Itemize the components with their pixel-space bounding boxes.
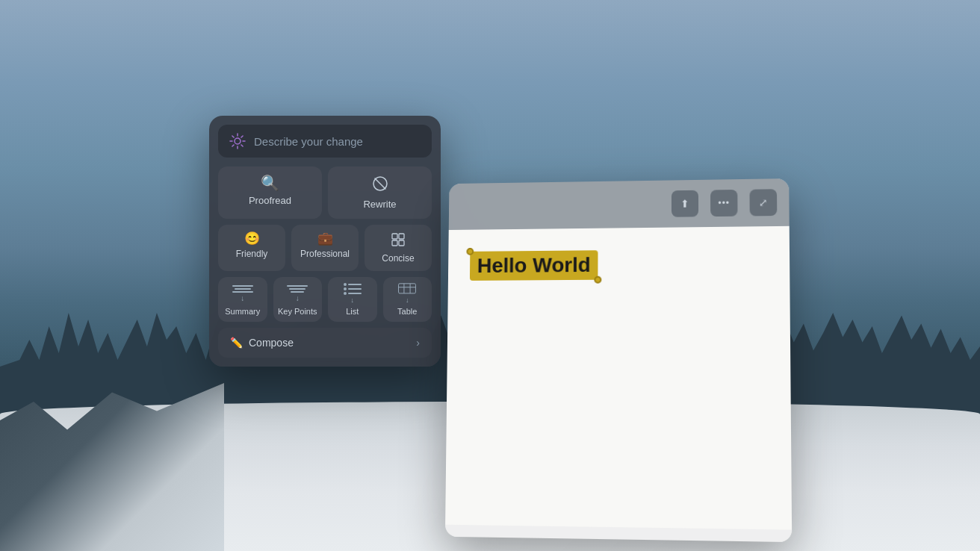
concise-icon [391,232,406,249]
concise-label: Concise [382,253,414,264]
rewrite-icon [372,175,388,194]
compose-label: Compose [249,337,294,349]
text-selection-container: Hello World [470,250,598,281]
professional-icon: 💼 [317,232,333,245]
proofread-label: Proofread [249,195,291,206]
selection-handle-bottom-right[interactable] [594,276,601,284]
key-points-icon: ↓ [284,283,311,304]
ai-search-bar[interactable]: Describe your change [218,125,432,158]
doc-panel: ⬆ ••• ⤢ Hello World [445,178,792,542]
friendly-label: Friendly [236,249,268,259]
summary-label: Summary [225,307,260,316]
more-icon: ••• [718,198,730,208]
summary-button[interactable]: ↓ Summary [218,277,267,322]
compose-left: ✏️ Compose [230,337,294,349]
svg-rect-4 [399,234,404,239]
svg-rect-7 [399,284,416,293]
proofread-button[interactable]: 🔍 Proofread [218,166,322,219]
friendly-button[interactable]: 😊 Friendly [218,225,285,271]
chevron-right-icon: › [416,337,420,349]
expand-button[interactable]: ⤢ [749,189,777,216]
share-icon: ⬆ [680,198,689,210]
list-button[interactable]: ↓ List [328,277,377,322]
more-options-button[interactable]: ••• [710,190,737,217]
summary-icon: ↓ [229,283,256,304]
svg-point-0 [235,138,241,144]
ai-icon [229,132,246,150]
professional-label: Professional [300,249,350,259]
svg-line-2 [375,178,385,189]
table-icon: ↓ [394,283,421,304]
proofread-icon: 🔍 [261,175,279,190]
expand-icon: ⤢ [759,196,768,208]
ai-format-row: ↓ Summary ↓ Key Points ↓ [218,277,432,322]
rewrite-button[interactable]: Rewrite [328,166,432,219]
ai-panel: Describe your change 🔍 Proofread Rewrite… [209,116,441,367]
share-button[interactable]: ⬆ [672,190,698,217]
doc-toolbar: ⬆ ••• ⤢ [449,178,790,230]
table-label: Table [397,307,417,316]
key-points-label: Key Points [278,307,317,316]
concise-button[interactable]: Concise [365,225,432,271]
selection-handle-top-left[interactable] [466,248,474,255]
friendly-icon: 😊 [244,232,260,245]
professional-button[interactable]: 💼 Professional [291,225,359,271]
list-label: List [346,307,359,316]
list-icon: ↓ [339,283,366,304]
selected-text: Hello World [470,250,598,281]
key-points-button[interactable]: ↓ Key Points [273,277,323,322]
ai-row-2: 😊 Friendly 💼 Professional Concise [218,225,432,271]
rewrite-label: Rewrite [363,199,396,210]
svg-rect-5 [392,240,397,246]
svg-rect-6 [399,240,404,246]
describe-change-label: Describe your change [254,135,421,148]
ai-row-1: 🔍 Proofread Rewrite [218,166,432,219]
compose-button[interactable]: ✏️ Compose › [218,328,432,358]
doc-content: Hello World [445,226,792,530]
svg-rect-3 [392,234,397,239]
compose-icon: ✏️ [230,337,243,349]
table-button[interactable]: ↓ Table [383,277,432,322]
